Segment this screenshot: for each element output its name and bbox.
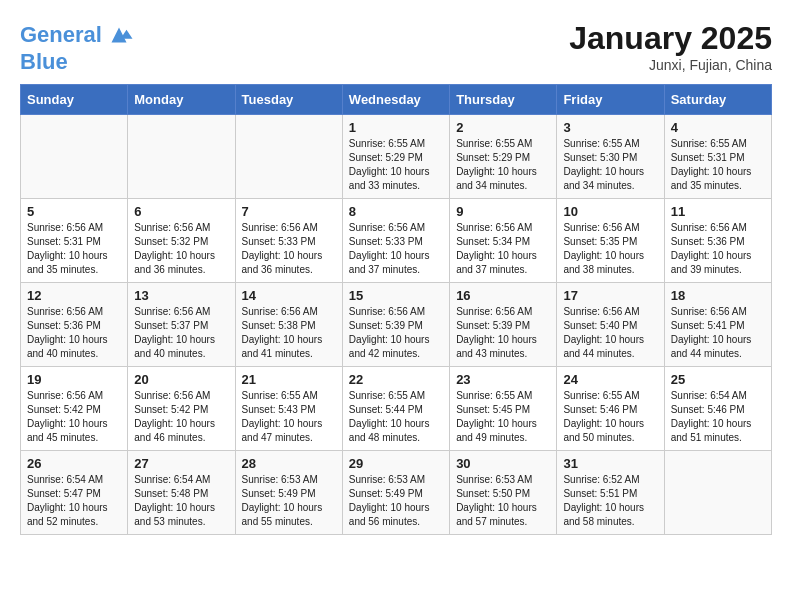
day-number: 18 — [671, 288, 765, 303]
logo-text: General — [20, 23, 102, 47]
calendar-cell: 23Sunrise: 6:55 AMSunset: 5:45 PMDayligh… — [450, 367, 557, 451]
calendar-cell: 29Sunrise: 6:53 AMSunset: 5:49 PMDayligh… — [342, 451, 449, 535]
day-number: 24 — [563, 372, 657, 387]
day-number: 10 — [563, 204, 657, 219]
day-info: Sunrise: 6:53 AMSunset: 5:49 PMDaylight:… — [242, 473, 336, 529]
day-info: Sunrise: 6:54 AMSunset: 5:48 PMDaylight:… — [134, 473, 228, 529]
day-number: 25 — [671, 372, 765, 387]
calendar-header-row: SundayMondayTuesdayWednesdayThursdayFrid… — [21, 85, 772, 115]
day-info: Sunrise: 6:55 AMSunset: 5:30 PMDaylight:… — [563, 137, 657, 193]
day-number: 27 — [134, 456, 228, 471]
day-info: Sunrise: 6:56 AMSunset: 5:42 PMDaylight:… — [134, 389, 228, 445]
calendar-cell: 5Sunrise: 6:56 AMSunset: 5:31 PMDaylight… — [21, 199, 128, 283]
calendar-cell: 6Sunrise: 6:56 AMSunset: 5:32 PMDaylight… — [128, 199, 235, 283]
calendar-cell: 21Sunrise: 6:55 AMSunset: 5:43 PMDayligh… — [235, 367, 342, 451]
title-block: January 2025 Junxi, Fujian, China — [569, 20, 772, 73]
calendar-cell: 12Sunrise: 6:56 AMSunset: 5:36 PMDayligh… — [21, 283, 128, 367]
calendar-cell: 2Sunrise: 6:55 AMSunset: 5:29 PMDaylight… — [450, 115, 557, 199]
day-number: 20 — [134, 372, 228, 387]
day-number: 1 — [349, 120, 443, 135]
day-number: 4 — [671, 120, 765, 135]
calendar-week-row: 19Sunrise: 6:56 AMSunset: 5:42 PMDayligh… — [21, 367, 772, 451]
logo-text-blue: Blue — [20, 50, 134, 74]
day-number: 31 — [563, 456, 657, 471]
col-header-monday: Monday — [128, 85, 235, 115]
day-number: 28 — [242, 456, 336, 471]
day-info: Sunrise: 6:56 AMSunset: 5:38 PMDaylight:… — [242, 305, 336, 361]
day-info: Sunrise: 6:56 AMSunset: 5:39 PMDaylight:… — [456, 305, 550, 361]
calendar-cell: 4Sunrise: 6:55 AMSunset: 5:31 PMDaylight… — [664, 115, 771, 199]
day-info: Sunrise: 6:55 AMSunset: 5:45 PMDaylight:… — [456, 389, 550, 445]
day-info: Sunrise: 6:55 AMSunset: 5:43 PMDaylight:… — [242, 389, 336, 445]
calendar-cell: 27Sunrise: 6:54 AMSunset: 5:48 PMDayligh… — [128, 451, 235, 535]
day-number: 2 — [456, 120, 550, 135]
day-info: Sunrise: 6:55 AMSunset: 5:46 PMDaylight:… — [563, 389, 657, 445]
day-number: 15 — [349, 288, 443, 303]
day-info: Sunrise: 6:53 AMSunset: 5:49 PMDaylight:… — [349, 473, 443, 529]
day-number: 30 — [456, 456, 550, 471]
day-info: Sunrise: 6:56 AMSunset: 5:31 PMDaylight:… — [27, 221, 121, 277]
day-number: 17 — [563, 288, 657, 303]
col-header-thursday: Thursday — [450, 85, 557, 115]
logo-icon — [104, 20, 134, 50]
month-title: January 2025 — [569, 20, 772, 57]
day-info: Sunrise: 6:55 AMSunset: 5:31 PMDaylight:… — [671, 137, 765, 193]
calendar-cell: 17Sunrise: 6:56 AMSunset: 5:40 PMDayligh… — [557, 283, 664, 367]
calendar-cell: 8Sunrise: 6:56 AMSunset: 5:33 PMDaylight… — [342, 199, 449, 283]
day-info: Sunrise: 6:55 AMSunset: 5:44 PMDaylight:… — [349, 389, 443, 445]
day-number: 8 — [349, 204, 443, 219]
day-info: Sunrise: 6:54 AMSunset: 5:46 PMDaylight:… — [671, 389, 765, 445]
col-header-tuesday: Tuesday — [235, 85, 342, 115]
day-info: Sunrise: 6:56 AMSunset: 5:40 PMDaylight:… — [563, 305, 657, 361]
day-number: 23 — [456, 372, 550, 387]
col-header-friday: Friday — [557, 85, 664, 115]
calendar-cell: 28Sunrise: 6:53 AMSunset: 5:49 PMDayligh… — [235, 451, 342, 535]
day-number: 12 — [27, 288, 121, 303]
day-number: 5 — [27, 204, 121, 219]
calendar-cell — [235, 115, 342, 199]
calendar-table: SundayMondayTuesdayWednesdayThursdayFrid… — [20, 84, 772, 535]
day-info: Sunrise: 6:52 AMSunset: 5:51 PMDaylight:… — [563, 473, 657, 529]
calendar-cell — [128, 115, 235, 199]
calendar-cell: 16Sunrise: 6:56 AMSunset: 5:39 PMDayligh… — [450, 283, 557, 367]
day-info: Sunrise: 6:56 AMSunset: 5:41 PMDaylight:… — [671, 305, 765, 361]
day-info: Sunrise: 6:56 AMSunset: 5:32 PMDaylight:… — [134, 221, 228, 277]
calendar-cell: 22Sunrise: 6:55 AMSunset: 5:44 PMDayligh… — [342, 367, 449, 451]
day-info: Sunrise: 6:55 AMSunset: 5:29 PMDaylight:… — [456, 137, 550, 193]
location-subtitle: Junxi, Fujian, China — [569, 57, 772, 73]
calendar-cell: 18Sunrise: 6:56 AMSunset: 5:41 PMDayligh… — [664, 283, 771, 367]
col-header-sunday: Sunday — [21, 85, 128, 115]
calendar-cell: 26Sunrise: 6:54 AMSunset: 5:47 PMDayligh… — [21, 451, 128, 535]
day-info: Sunrise: 6:56 AMSunset: 5:36 PMDaylight:… — [27, 305, 121, 361]
calendar-cell: 1Sunrise: 6:55 AMSunset: 5:29 PMDaylight… — [342, 115, 449, 199]
calendar-cell: 30Sunrise: 6:53 AMSunset: 5:50 PMDayligh… — [450, 451, 557, 535]
day-info: Sunrise: 6:55 AMSunset: 5:29 PMDaylight:… — [349, 137, 443, 193]
calendar-cell: 11Sunrise: 6:56 AMSunset: 5:36 PMDayligh… — [664, 199, 771, 283]
calendar-cell: 3Sunrise: 6:55 AMSunset: 5:30 PMDaylight… — [557, 115, 664, 199]
calendar-cell: 14Sunrise: 6:56 AMSunset: 5:38 PMDayligh… — [235, 283, 342, 367]
day-number: 19 — [27, 372, 121, 387]
day-number: 13 — [134, 288, 228, 303]
day-number: 7 — [242, 204, 336, 219]
calendar-cell: 9Sunrise: 6:56 AMSunset: 5:34 PMDaylight… — [450, 199, 557, 283]
day-number: 3 — [563, 120, 657, 135]
calendar-cell: 10Sunrise: 6:56 AMSunset: 5:35 PMDayligh… — [557, 199, 664, 283]
day-number: 9 — [456, 204, 550, 219]
day-info: Sunrise: 6:56 AMSunset: 5:35 PMDaylight:… — [563, 221, 657, 277]
calendar-cell: 15Sunrise: 6:56 AMSunset: 5:39 PMDayligh… — [342, 283, 449, 367]
calendar-week-row: 5Sunrise: 6:56 AMSunset: 5:31 PMDaylight… — [21, 199, 772, 283]
calendar-cell: 7Sunrise: 6:56 AMSunset: 5:33 PMDaylight… — [235, 199, 342, 283]
logo: General Blue — [20, 20, 134, 74]
day-info: Sunrise: 6:56 AMSunset: 5:34 PMDaylight:… — [456, 221, 550, 277]
calendar-cell: 20Sunrise: 6:56 AMSunset: 5:42 PMDayligh… — [128, 367, 235, 451]
calendar-cell: 19Sunrise: 6:56 AMSunset: 5:42 PMDayligh… — [21, 367, 128, 451]
day-number: 11 — [671, 204, 765, 219]
calendar-cell: 25Sunrise: 6:54 AMSunset: 5:46 PMDayligh… — [664, 367, 771, 451]
day-info: Sunrise: 6:56 AMSunset: 5:33 PMDaylight:… — [242, 221, 336, 277]
day-number: 26 — [27, 456, 121, 471]
day-info: Sunrise: 6:54 AMSunset: 5:47 PMDaylight:… — [27, 473, 121, 529]
day-info: Sunrise: 6:56 AMSunset: 5:39 PMDaylight:… — [349, 305, 443, 361]
page-header: General Blue January 2025 Junxi, Fujian,… — [20, 20, 772, 74]
calendar-week-row: 26Sunrise: 6:54 AMSunset: 5:47 PMDayligh… — [21, 451, 772, 535]
day-info: Sunrise: 6:56 AMSunset: 5:36 PMDaylight:… — [671, 221, 765, 277]
